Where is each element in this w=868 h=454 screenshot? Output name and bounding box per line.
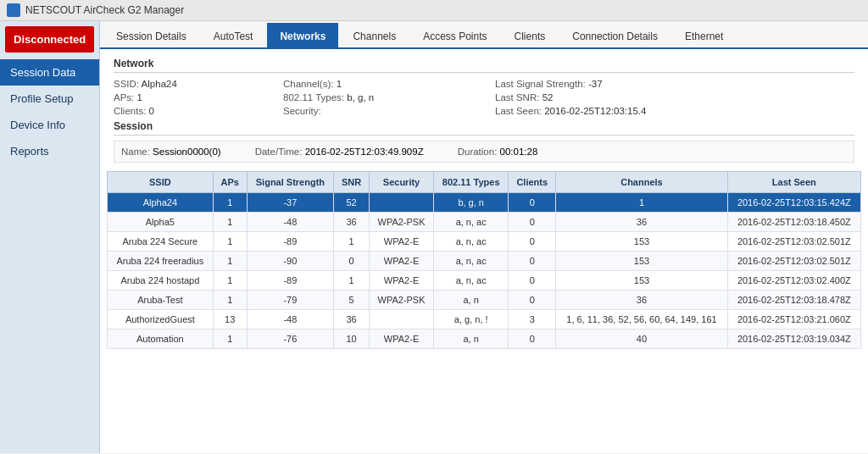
channels-field: Channel(s): 1	[283, 78, 495, 90]
sidebar-item-reports[interactable]: Reports	[0, 138, 99, 164]
cell-snr: 1	[334, 232, 370, 252]
session-datetime-label: Date/Time:	[255, 147, 303, 157]
table-body: Alpha241-3752b, g, n012016-02-25T12:03:1…	[108, 193, 861, 349]
col-ssid: SSID	[108, 172, 214, 193]
last-signal-label: Last Signal Strength:	[495, 79, 586, 89]
cell-aps: 1	[213, 291, 247, 310]
info-area: Network SSID: Alpha24 Channel(s): 1 Last…	[100, 49, 868, 171]
dot11types-label: 802.11 Types:	[283, 92, 344, 102]
dot11types-value: b, g, n	[347, 92, 374, 102]
table-row[interactable]: Automation1-7610WPA2-Ea, n0402016-02-25T…	[108, 329, 861, 349]
col-snr: SNR	[334, 172, 370, 193]
cell-lastseen: 2016-02-25T12:03:18.478Z	[727, 291, 860, 310]
tab-connection-details[interactable]: Connection Details	[559, 23, 670, 49]
ssid-value: Alpha24	[142, 79, 177, 89]
cell-security	[370, 310, 434, 329]
col-lastseen: Last Seen	[727, 172, 860, 193]
last-snr-field: Last SNR: 52	[495, 91, 707, 103]
cell-lastseen: 2016-02-25T12:03:02.501Z	[727, 252, 860, 271]
sidebar-item-session-data[interactable]: Session Data	[0, 59, 99, 86]
cell-types: a, n, ac	[434, 232, 509, 252]
table-row[interactable]: Aruba 224 hostapd1-891WPA2-Ea, n, ac0153…	[108, 271, 861, 291]
cell-security	[370, 193, 434, 213]
tab-channels[interactable]: Channels	[340, 23, 409, 49]
cell-aps: 1	[213, 232, 247, 252]
cell-signal: -76	[247, 329, 333, 349]
tab-clients[interactable]: Clients	[502, 23, 559, 49]
cell-snr: 1	[334, 271, 370, 291]
session-duration-field: Duration: 00:01:28	[458, 147, 538, 157]
table-row[interactable]: Alpha51-4836WPA2-PSKa, n, ac0362016-02-2…	[108, 213, 861, 232]
cell-channels: 40	[556, 329, 727, 349]
cell-snr: 52	[334, 193, 370, 213]
sidebar-item-device-info[interactable]: Device Info	[0, 112, 99, 138]
cell-aps: 13	[213, 310, 247, 329]
cell-security: WPA2-E	[370, 232, 434, 252]
app-icon	[7, 3, 20, 17]
cell-signal: -48	[247, 310, 333, 329]
table-row[interactable]: Aruba 224 Secure1-891WPA2-Ea, n, ac01532…	[108, 232, 861, 252]
disconnected-button[interactable]: Disconnected	[5, 26, 94, 53]
cell-channels: 153	[556, 271, 727, 291]
cell-lastseen: 2016-02-25T12:03:02.400Z	[727, 271, 860, 291]
cell-ssid: AuthorizedGuest	[108, 310, 214, 329]
table-row[interactable]: Aruba 224 freeradius1-900WPA2-Ea, n, ac0…	[108, 252, 861, 271]
cell-snr: 5	[334, 291, 370, 310]
dot11types-field: 802.11 Types: b, g, n	[283, 91, 495, 103]
cell-channels: 1, 6, 11, 36, 52, 56, 60, 64, 149, 161	[556, 310, 727, 329]
aps-value: 1	[137, 92, 142, 102]
app-title: NETSCOUT AirCheck G2 Manager	[25, 4, 184, 16]
ssid-field: SSID: Alpha24	[114, 78, 283, 90]
cell-ssid: Alpha5	[108, 213, 214, 232]
col-security: Security	[370, 172, 434, 193]
cell-ssid: Alpha24	[108, 193, 214, 213]
table-row[interactable]: Alpha241-3752b, g, n012016-02-25T12:03:1…	[108, 193, 861, 213]
clients-label: Clients:	[114, 106, 146, 116]
last-snr-value: 52	[542, 92, 554, 102]
cell-types: a, n	[434, 329, 509, 349]
cell-clients: 0	[509, 291, 556, 310]
cell-signal: -79	[247, 291, 333, 310]
sidebar-item-profile-setup[interactable]: Profile Setup	[0, 86, 99, 112]
cell-ssid: Aruba 224 Secure	[108, 232, 214, 252]
aps-field: APs: 1	[114, 91, 283, 103]
cell-snr: 36	[334, 310, 370, 329]
session-duration-label: Duration:	[458, 147, 498, 157]
table-row[interactable]: Aruba-Test1-795WPA2-PSKa, n0362016-02-25…	[108, 291, 861, 310]
col-signal: Signal Strength	[247, 172, 333, 193]
last-seen-value: 2016-02-25T12:03:15.4	[544, 106, 646, 116]
tab-ethernet[interactable]: Ethernet	[672, 23, 736, 49]
cell-signal: -90	[247, 252, 333, 271]
cell-types: a, g, n, !	[434, 310, 509, 329]
tab-autotest[interactable]: AutoTest	[201, 23, 266, 49]
tab-session-details[interactable]: Session Details	[103, 23, 199, 49]
cell-types: a, n, ac	[434, 252, 509, 271]
cell-clients: 0	[509, 213, 556, 232]
cell-snr: 36	[334, 213, 370, 232]
security-label: Security:	[283, 106, 321, 116]
cell-clients: 0	[509, 271, 556, 291]
session-datetime-value: 2016-02-25T12:03:49.909Z	[305, 147, 424, 157]
last-snr-label: Last SNR:	[495, 92, 539, 102]
cell-ssid: Aruba-Test	[108, 291, 214, 310]
table-row[interactable]: AuthorizedGuest13-4836a, g, n, !31, 6, 1…	[108, 310, 861, 329]
cell-clients: 3	[509, 310, 556, 329]
main-container: Disconnected Session Data Profile Setup …	[0, 21, 868, 453]
clients-field: Clients: 0	[114, 105, 283, 117]
cell-snr: 10	[334, 329, 370, 349]
session-section-title: Session	[114, 120, 854, 136]
tab-access-points[interactable]: Access Points	[410, 23, 499, 49]
cell-channels: 1	[556, 193, 727, 213]
cell-security: WPA2-E	[370, 271, 434, 291]
session-name-label: Name:	[121, 147, 150, 157]
security-field: Security:	[283, 105, 495, 117]
cell-snr: 0	[334, 252, 370, 271]
cell-signal: -89	[247, 271, 333, 291]
last-seen-field: Last Seen: 2016-02-25T12:03:15.4	[495, 105, 707, 117]
last-signal-value: -37	[588, 79, 603, 89]
table-header-row: SSID APs Signal Strength SNR Security 80…	[108, 172, 861, 193]
tab-networks[interactable]: Networks	[267, 23, 338, 49]
cell-ssid: Aruba 224 freeradius	[108, 252, 214, 271]
cell-signal: -48	[247, 213, 333, 232]
cell-lastseen: 2016-02-25T12:03:19.034Z	[727, 329, 860, 349]
